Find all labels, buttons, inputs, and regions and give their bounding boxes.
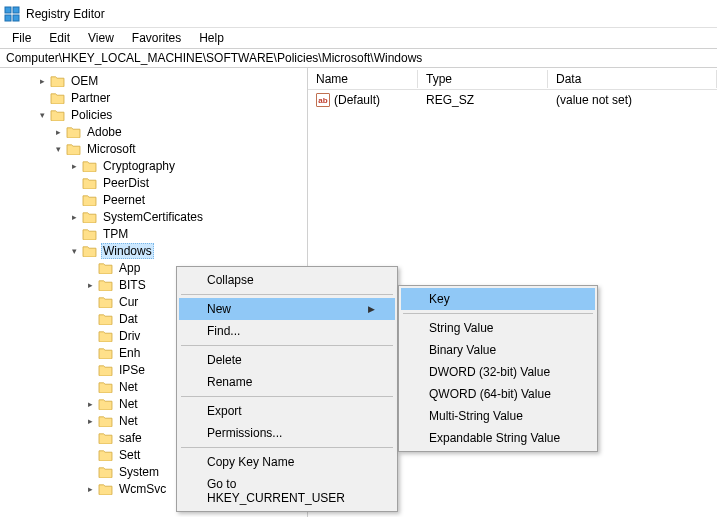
tree-node-tpm[interactable]: TPM	[0, 225, 307, 242]
ctx-collapse[interactable]: Collapse	[179, 269, 395, 291]
menu-favorites[interactable]: Favorites	[124, 29, 189, 47]
tree-node-cryptography[interactable]: ▸Cryptography	[0, 157, 307, 174]
tree-node-label: Dat	[117, 312, 140, 326]
chevron-down-icon[interactable]: ▾	[68, 245, 80, 257]
tree-node-label: OEM	[69, 74, 100, 88]
tree-node-label: Microsoft	[85, 142, 138, 156]
chevron-right-icon[interactable]: ▸	[52, 126, 64, 138]
values-header: Name Type Data	[308, 68, 717, 90]
app-icon	[4, 6, 20, 22]
folder-icon	[82, 228, 97, 240]
ctx-new-multistring[interactable]: Multi-String Value	[401, 405, 595, 427]
titlebar: Registry Editor	[0, 0, 717, 28]
ctx-new-dword[interactable]: DWORD (32-bit) Value	[401, 361, 595, 383]
tree-node-label: BITS	[117, 278, 148, 292]
chevron-right-icon[interactable]: ▸	[84, 483, 96, 495]
chevron-right-icon[interactable]: ▸	[84, 398, 96, 410]
address-bar[interactable]: Computer\HKEY_LOCAL_MACHINE\SOFTWARE\Pol…	[0, 48, 717, 68]
chevron-down-icon[interactable]: ▾	[52, 143, 64, 155]
tree-node-label: Adobe	[85, 125, 124, 139]
chevron-right-icon[interactable]: ▸	[84, 279, 96, 291]
tree-node-label: TPM	[101, 227, 130, 241]
menubar: File Edit View Favorites Help	[0, 28, 717, 48]
menu-help[interactable]: Help	[191, 29, 232, 47]
ctx-sep	[403, 313, 593, 314]
value-data: (value not set)	[548, 92, 717, 108]
tree-node-peerdist[interactable]: PeerDist	[0, 174, 307, 191]
col-name[interactable]: Name	[308, 70, 418, 88]
folder-icon	[98, 313, 113, 325]
ctx-find[interactable]: Find...	[179, 320, 395, 342]
folder-icon	[98, 279, 113, 291]
ctx-new-qword[interactable]: QWORD (64-bit) Value	[401, 383, 595, 405]
tree-node-label: System	[117, 465, 161, 479]
tree-node-label: PeerDist	[101, 176, 151, 190]
col-type[interactable]: Type	[418, 70, 548, 88]
tree-node-label: Enh	[117, 346, 142, 360]
tree-node-label: Cryptography	[101, 159, 177, 173]
folder-icon	[82, 177, 97, 189]
folder-icon	[50, 109, 65, 121]
svg-rect-0	[5, 7, 11, 13]
value-row[interactable]: ab (Default) REG_SZ (value not set)	[308, 90, 717, 110]
folder-icon	[66, 126, 81, 138]
ctx-new-binary[interactable]: Binary Value	[401, 339, 595, 361]
tree-node-policies[interactable]: ▾Policies	[0, 106, 307, 123]
context-submenu-new: Key String Value Binary Value DWORD (32-…	[398, 285, 598, 452]
ctx-new-key[interactable]: Key	[401, 288, 595, 310]
tree-node-label: Driv	[117, 329, 142, 343]
chevron-right-icon[interactable]: ▸	[36, 75, 48, 87]
tree-node-label: Net	[117, 380, 140, 394]
tree-node-label: Partner	[69, 91, 112, 105]
tree-node-label: App	[117, 261, 142, 275]
chevron-down-icon[interactable]: ▾	[36, 109, 48, 121]
tree-node-partner[interactable]: Partner	[0, 89, 307, 106]
folder-icon	[98, 398, 113, 410]
folder-icon	[98, 432, 113, 444]
address-text: Computer\HKEY_LOCAL_MACHINE\SOFTWARE\Pol…	[6, 51, 422, 65]
tree-node-label: Sett	[117, 448, 142, 462]
ctx-rename[interactable]: Rename	[179, 371, 395, 393]
ctx-permissions[interactable]: Permissions...	[179, 422, 395, 444]
chevron-right-icon[interactable]: ▸	[68, 211, 80, 223]
tree-node-systemcertificates[interactable]: ▸SystemCertificates	[0, 208, 307, 225]
string-value-icon: ab	[316, 93, 330, 107]
menu-file[interactable]: File	[4, 29, 39, 47]
folder-icon	[98, 364, 113, 376]
ctx-new-string[interactable]: String Value	[401, 317, 595, 339]
tree-node-oem[interactable]: ▸OEM	[0, 72, 307, 89]
folder-icon	[98, 347, 113, 359]
folder-icon	[82, 211, 97, 223]
folder-icon	[82, 160, 97, 172]
folder-icon	[50, 75, 65, 87]
context-menu: Collapse New ▶ Find... Delete Rename Exp…	[176, 266, 398, 512]
chevron-right-icon[interactable]: ▸	[68, 160, 80, 172]
tree-node-label: SystemCertificates	[101, 210, 205, 224]
tree-node-label: Windows	[101, 243, 154, 259]
tree-node-windows[interactable]: ▾Windows	[0, 242, 307, 259]
folder-icon	[98, 466, 113, 478]
ctx-new-expandstring[interactable]: Expandable String Value	[401, 427, 595, 449]
folder-icon	[98, 483, 113, 495]
tree-node-microsoft[interactable]: ▾Microsoft	[0, 140, 307, 157]
ctx-copy-key-name[interactable]: Copy Key Name	[179, 451, 395, 473]
folder-icon	[50, 92, 65, 104]
value-name: (Default)	[334, 93, 380, 107]
ctx-new[interactable]: New ▶	[179, 298, 395, 320]
folder-icon	[82, 194, 97, 206]
menu-view[interactable]: View	[80, 29, 122, 47]
folder-icon	[98, 449, 113, 461]
menu-edit[interactable]: Edit	[41, 29, 78, 47]
chevron-right-icon[interactable]: ▸	[84, 415, 96, 427]
svg-rect-1	[13, 7, 19, 13]
tree-node-peernet[interactable]: Peernet	[0, 191, 307, 208]
value-type: REG_SZ	[418, 92, 548, 108]
ctx-delete[interactable]: Delete	[179, 349, 395, 371]
ctx-go-hkcu[interactable]: Go to HKEY_CURRENT_USER	[179, 473, 395, 509]
col-data[interactable]: Data	[548, 70, 717, 88]
folder-icon	[98, 415, 113, 427]
window-title: Registry Editor	[26, 7, 105, 21]
tree-node-adobe[interactable]: ▸Adobe	[0, 123, 307, 140]
folder-icon	[98, 296, 113, 308]
ctx-export[interactable]: Export	[179, 400, 395, 422]
